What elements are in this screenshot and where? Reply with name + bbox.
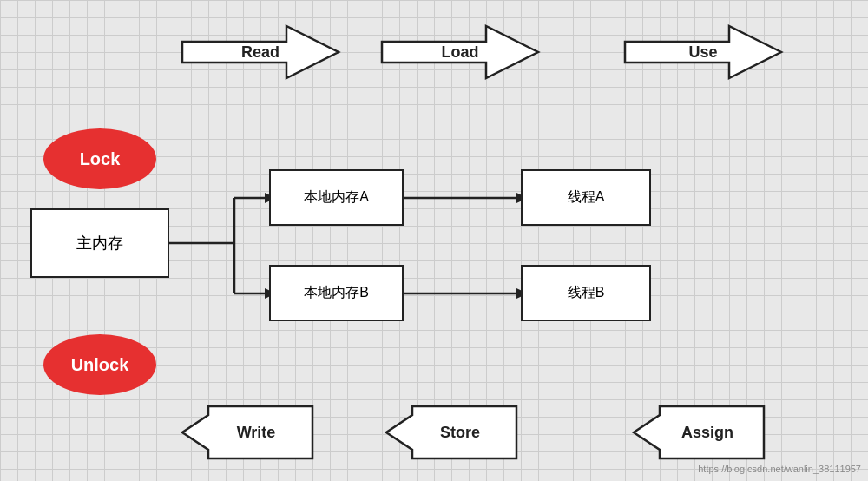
assign-label: Assign bbox=[664, 424, 733, 442]
thread-a-label: 线程A bbox=[568, 188, 605, 207]
svg-marker-1 bbox=[382, 26, 538, 78]
use-arrow-label: Use bbox=[625, 26, 781, 78]
store-label: Store bbox=[423, 424, 480, 442]
store-arrow-label: Store bbox=[386, 406, 516, 458]
read-arrow: Read bbox=[182, 26, 339, 78]
lock-label: Lock bbox=[80, 149, 121, 169]
read-label: Read bbox=[241, 43, 279, 62]
thread-b-box: 线程B bbox=[521, 265, 651, 321]
lock-ellipse: Lock bbox=[43, 128, 156, 189]
svg-marker-3 bbox=[182, 406, 312, 458]
local-mem-a-label: 本地内存A bbox=[304, 188, 369, 207]
use-label: Use bbox=[688, 43, 717, 62]
main-memory-box: 主内存 bbox=[30, 208, 169, 278]
local-mem-b-box: 本地内存B bbox=[269, 265, 404, 321]
write-label: Write bbox=[220, 424, 276, 442]
local-mem-a-box: 本地内存A bbox=[269, 169, 404, 226]
svg-marker-4 bbox=[386, 406, 516, 458]
main-memory-label: 主内存 bbox=[76, 233, 123, 254]
load-label: Load bbox=[442, 43, 479, 62]
assign-arrow-label: Assign bbox=[634, 406, 764, 458]
local-mem-b-label: 本地内存B bbox=[304, 284, 369, 302]
thread-b-label: 线程B bbox=[568, 284, 605, 302]
load-arrow-label: Load bbox=[382, 26, 538, 78]
svg-marker-0 bbox=[182, 26, 339, 78]
unlock-ellipse: Unlock bbox=[43, 334, 156, 395]
thread-a-box: 线程A bbox=[521, 169, 651, 226]
unlock-label: Unlock bbox=[71, 355, 129, 375]
svg-marker-5 bbox=[634, 406, 764, 458]
write-arrow-label: Write bbox=[182, 406, 312, 458]
watermark: https://blog.csdn.net/wanlin_38111957 bbox=[698, 464, 861, 474]
svg-marker-2 bbox=[625, 26, 781, 78]
